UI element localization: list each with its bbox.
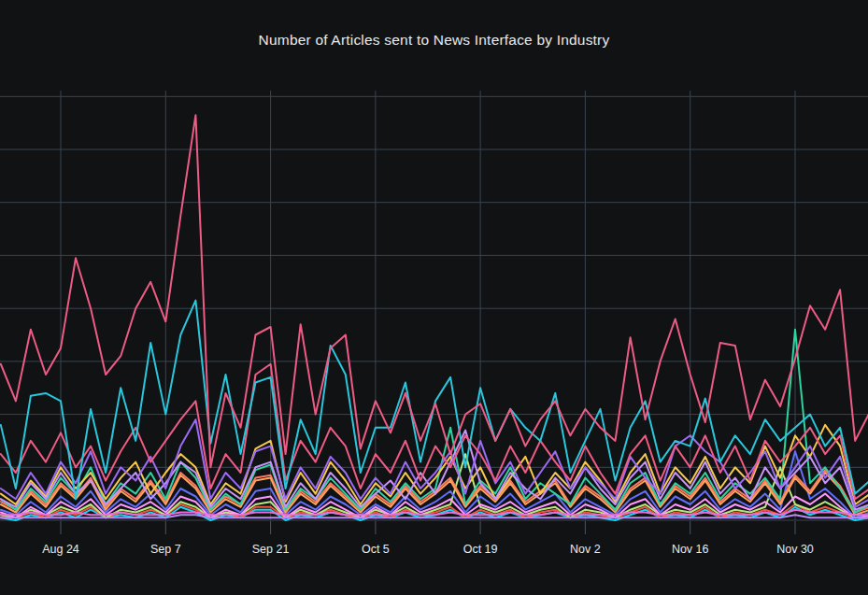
x-axis-tick-label: Sep 21 [252, 543, 290, 556]
x-axis-tick-label: Aug 24 [42, 543, 79, 556]
x-axis-tick-label: Sep 7 [150, 543, 181, 556]
x-axis-tick-label: Oct 19 [463, 543, 498, 556]
x-axis-tick-label: Oct 5 [362, 543, 390, 556]
x-axis-tick-label: Nov 2 [570, 543, 601, 556]
plot-area[interactable]: Aug 24Sep 7Sep 21Oct 5Oct 19Nov 2Nov 16N… [0, 0, 868, 595]
x-axis-tick-label: Nov 16 [672, 543, 709, 556]
x-axis-tick-label: Nov 30 [776, 543, 814, 556]
chart-container: Number of Articles sent to News Interfac… [0, 0, 868, 595]
